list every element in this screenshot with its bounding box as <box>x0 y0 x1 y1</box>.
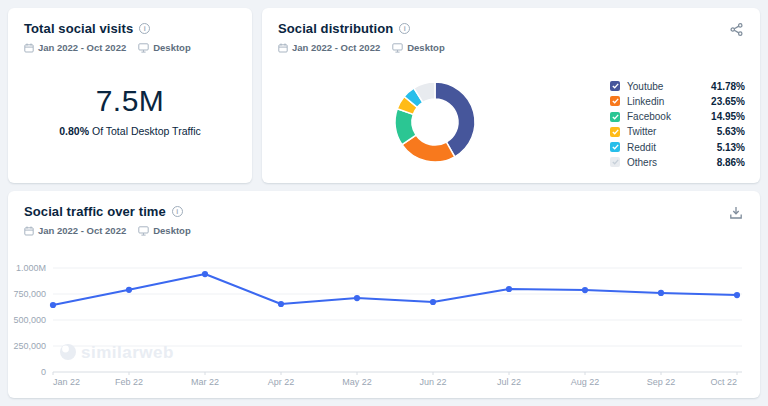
x-axis-label: Jul 22 <box>497 377 521 387</box>
legend-label: Youtube <box>627 81 711 92</box>
legend-checkbox[interactable] <box>610 127 620 137</box>
y-axis-label: 750,000 <box>13 289 46 299</box>
legend-checkbox[interactable] <box>610 81 620 91</box>
legend-label: Twitter <box>627 126 717 137</box>
distribution-legend: Youtube41.78%Linkedin23.65%Facebook14.95… <box>610 81 745 167</box>
legend-item-others[interactable]: Others8.86% <box>610 157 745 167</box>
legend-value: 5.13% <box>717 142 745 153</box>
social-traffic-over-time-card: Social traffic over time Jan 2022 - Oct … <box>8 191 760 398</box>
x-axis-label: Aug 22 <box>571 377 600 387</box>
filters-row: Jan 2022 - Oct 2022 Desktop <box>24 42 191 53</box>
traffic-share-percent: 0.80% <box>59 125 89 137</box>
y-axis-label: 1.000M <box>16 263 46 273</box>
data-point-oct-22[interactable] <box>734 292 740 298</box>
legend-value: 14.95% <box>711 111 745 122</box>
data-point-may-22[interactable] <box>354 295 360 301</box>
legend-item-twitter[interactable]: Twitter5.63% <box>610 127 745 137</box>
legend-item-reddit[interactable]: Reddit5.13% <box>610 142 745 152</box>
total-visits-metric: 7.5M 0.80% Of Total Desktop Traffic <box>8 84 252 137</box>
watermark-text: similarweb <box>81 343 174 362</box>
data-point-mar-22[interactable] <box>202 271 208 277</box>
device-label: Desktop <box>407 42 444 53</box>
traffic-share-text: 0.80% Of Total Desktop Traffic <box>8 125 252 137</box>
y-axis-label: 250,000 <box>13 341 46 351</box>
data-point-apr-22[interactable] <box>278 301 284 307</box>
check-icon <box>612 83 619 89</box>
data-point-feb-22[interactable] <box>126 287 132 293</box>
check-icon <box>612 159 619 165</box>
legend-label: Reddit <box>627 142 717 153</box>
card-title: Social distribution <box>278 21 393 36</box>
legend-value: 41.78% <box>711 81 745 92</box>
check-icon <box>612 98 619 104</box>
series-line <box>53 274 737 305</box>
data-point-jun-22[interactable] <box>430 299 436 305</box>
filters-row: Jan 2022 - Oct 2022 Desktop <box>278 42 445 53</box>
check-icon <box>612 144 619 150</box>
total-social-visits-card: Total social visits Jan 2022 - Oct 2022 … <box>8 8 252 183</box>
legend-checkbox[interactable] <box>610 112 620 122</box>
legend-item-facebook[interactable]: Facebook14.95% <box>610 112 745 122</box>
legend-value: 5.63% <box>717 126 745 137</box>
legend-value: 23.65% <box>711 96 745 107</box>
x-axis-label: Sep 22 <box>647 377 676 387</box>
x-axis-label: May 22 <box>342 377 372 387</box>
desktop-icon <box>392 43 403 53</box>
info-icon[interactable] <box>139 23 150 34</box>
check-icon <box>612 129 619 135</box>
calendar-icon <box>278 43 288 53</box>
traffic-share-caption: Of Total Desktop Traffic <box>92 125 201 137</box>
legend-checkbox[interactable] <box>610 142 620 152</box>
similarweb-logo-icon <box>60 344 76 360</box>
legend-label: Linkedin <box>627 96 711 107</box>
card-title: Total social visits <box>24 21 133 36</box>
logo-swirl <box>62 346 69 353</box>
x-axis-label: Jan 22 <box>53 377 80 387</box>
info-icon[interactable] <box>399 23 410 34</box>
card-header: Social distribution Jan 2022 - Oct 2022 … <box>278 21 445 53</box>
x-axis-label: Oct 22 <box>710 377 737 387</box>
data-point-jul-22[interactable] <box>506 286 512 292</box>
x-axis-label: Jun 22 <box>419 377 446 387</box>
legend-value: 8.86% <box>717 157 745 168</box>
legend-checkbox[interactable] <box>610 157 620 167</box>
device-label: Desktop <box>153 42 190 53</box>
legend-checkbox[interactable] <box>610 96 620 106</box>
total-visits-value: 7.5M <box>8 84 252 118</box>
date-range: Jan 2022 - Oct 2022 <box>292 42 380 53</box>
legend-label: Facebook <box>627 111 711 122</box>
data-point-jan-22[interactable] <box>50 302 56 308</box>
x-axis-label: Apr 22 <box>268 377 295 387</box>
y-axis-label: 500,000 <box>13 315 46 325</box>
date-range: Jan 2022 - Oct 2022 <box>38 42 126 53</box>
check-icon <box>612 114 619 120</box>
share-icon[interactable] <box>729 22 744 37</box>
legend-label: Others <box>627 157 717 168</box>
x-axis-label: Feb 22 <box>115 377 143 387</box>
data-point-sep-22[interactable] <box>658 290 664 296</box>
card-header: Total social visits Jan 2022 - Oct 2022 … <box>24 21 191 53</box>
line-chart[interactable]: 1.000M750,000500,000250,0000Jan 22Feb 22… <box>8 191 760 398</box>
legend-item-youtube[interactable]: Youtube41.78% <box>610 81 745 91</box>
data-point-aug-22[interactable] <box>582 287 588 293</box>
legend-item-linkedin[interactable]: Linkedin23.65% <box>610 96 745 106</box>
donut-chart[interactable] <box>380 67 490 177</box>
x-axis-label: Mar 22 <box>191 377 219 387</box>
calendar-icon <box>24 43 34 53</box>
y-axis-label: 0 <box>41 367 46 377</box>
desktop-icon <box>138 43 149 53</box>
social-distribution-card: Social distribution Jan 2022 - Oct 2022 … <box>262 8 760 183</box>
